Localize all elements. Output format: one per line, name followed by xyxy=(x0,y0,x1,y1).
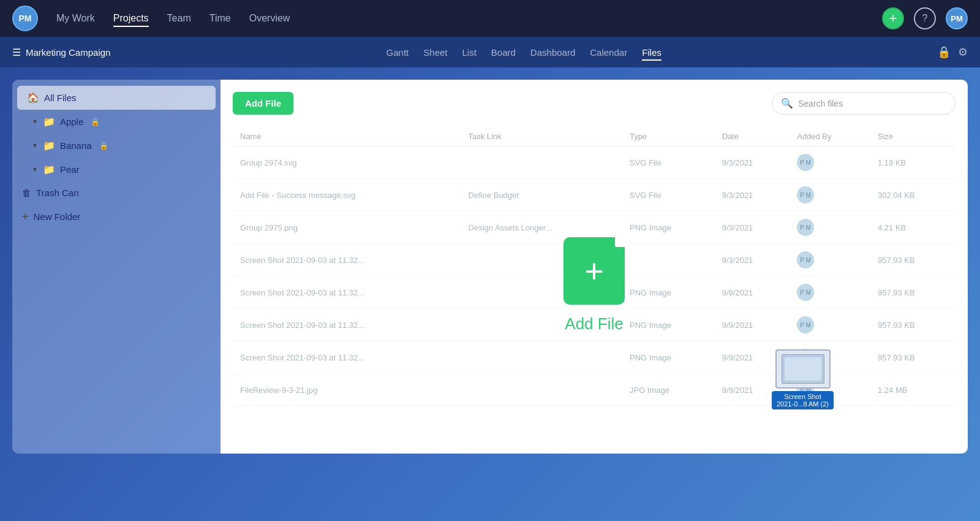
file-date: 9/3/2021 xyxy=(715,179,790,211)
nav-item-time[interactable]: Time xyxy=(209,10,231,27)
plus-icon: + xyxy=(22,210,29,223)
settings-icon[interactable]: ⚙ xyxy=(958,45,968,59)
add-file-button[interactable]: Add File xyxy=(233,92,293,115)
main-panel: Add File 🔍 Search files Name Task Link T… xyxy=(221,80,968,454)
file-tasklink xyxy=(461,341,622,374)
file-name: Screen Shot 2021-09-03 at 11.32... xyxy=(233,244,461,276)
tab-list[interactable]: List xyxy=(462,44,476,61)
nav-item-overview[interactable]: Overview xyxy=(249,10,290,27)
content-area: 🏠 All Files ▼ 📁 Apple 🔒 ▼ 📁 Banana 🔒 ▼ 📁… xyxy=(0,67,980,521)
file-name: Screen Shot 2021-09-03 at 11.32... xyxy=(233,341,461,374)
sidebar-item-banana[interactable]: ▼ 📁 Banana 🔒 xyxy=(12,134,221,158)
file-size: 302.04 KB xyxy=(870,179,956,211)
file-tasklink: Design Assets Longer... xyxy=(461,211,622,244)
avatar-sm: P M xyxy=(797,186,814,203)
file-date: 9/3/2021 xyxy=(715,244,790,276)
col-date: Date xyxy=(715,127,790,146)
file-date: 9/3/2021 xyxy=(715,146,790,179)
hamburger-icon[interactable]: ☰ xyxy=(12,47,21,58)
arrow-icon-pear: ▼ xyxy=(32,166,38,173)
folder-pear-label: Pear xyxy=(60,164,80,175)
tab-board[interactable]: Board xyxy=(491,44,516,61)
search-placeholder: Search files xyxy=(798,99,843,108)
tab-sheet[interactable]: Sheet xyxy=(423,44,447,61)
nav-right: + ? PM xyxy=(882,7,968,29)
sub-nav: ☰ Marketing Campaign Gantt Sheet List Bo… xyxy=(0,37,980,67)
home-icon: 🏠 xyxy=(27,92,39,104)
col-size: Size xyxy=(870,127,956,146)
tab-calendar[interactable]: Calendar xyxy=(590,44,627,61)
tab-gantt[interactable]: Gantt xyxy=(386,44,409,61)
folder-banana-label: Banana xyxy=(60,140,92,151)
add-button[interactable]: + xyxy=(882,7,904,29)
trash-icon: 🗑 xyxy=(22,188,31,198)
file-size: 957.93 KB xyxy=(870,341,956,374)
tab-dashboard[interactable]: Dashboard xyxy=(530,44,575,61)
folder-apple-label: Apple xyxy=(60,116,83,127)
app-logo[interactable]: PM xyxy=(12,6,38,31)
col-type: Type xyxy=(622,127,715,146)
file-date: 9/9/2021 xyxy=(715,276,790,309)
help-button[interactable]: ? xyxy=(914,7,936,29)
arrow-icon-apple: ▼ xyxy=(32,118,38,125)
top-nav: PM My Work Projects Team Time Overview +… xyxy=(0,0,980,37)
file-name: Screen Shot 2021-09-03 at 11.32... xyxy=(233,309,461,341)
file-type: PNG Image xyxy=(622,309,715,341)
table-row[interactable]: Screen Shot 2021-09-03 at 11.32... 9/3/2… xyxy=(233,244,956,276)
folder-icon-apple: 📁 xyxy=(43,116,55,127)
file-tasklink xyxy=(461,309,622,341)
col-addedby: Added By xyxy=(790,127,870,146)
file-addedby: P M xyxy=(790,276,870,309)
file-type xyxy=(622,244,715,276)
avatar-sm: P M xyxy=(797,316,814,333)
nav-item-mywork[interactable]: My Work xyxy=(56,10,95,27)
table-row[interactable]: Screen Shot 2021-09-03 at 11.32... PNG I… xyxy=(233,309,956,341)
lock-settings-icon[interactable]: 🔒 xyxy=(937,45,951,59)
sidebar-item-pear[interactable]: ▼ 📁 Pear xyxy=(12,158,221,181)
sidebar: 🏠 All Files ▼ 📁 Apple 🔒 ▼ 📁 Banana 🔒 ▼ 📁… xyxy=(12,80,221,454)
file-name: FileReview-9-3-21.jpg xyxy=(233,374,461,406)
file-size: 957.93 KB xyxy=(870,276,956,309)
table-row[interactable]: Group 2974.svg SVG File 9/3/2021 P M 1.1… xyxy=(233,146,956,179)
sidebar-item-newfolder[interactable]: + New Folder xyxy=(12,204,221,229)
lock-icon-apple: 🔒 xyxy=(91,118,100,126)
user-avatar[interactable]: PM xyxy=(946,7,968,29)
nav-item-team[interactable]: Team xyxy=(167,10,191,27)
file-addedby: P M xyxy=(790,244,870,276)
avatar-sm: P M xyxy=(797,251,814,268)
file-addedby: P M xyxy=(790,146,870,179)
sidebar-item-trash[interactable]: 🗑 Trash Can xyxy=(12,181,221,204)
file-type: PNG Image xyxy=(622,211,715,244)
sidebar-item-allfiles[interactable]: 🏠 All Files xyxy=(17,86,216,110)
file-type: SVG File xyxy=(622,179,715,211)
file-tasklink: Define Budget xyxy=(461,179,622,211)
trash-label: Trash Can xyxy=(36,188,78,198)
file-size: 4.21 KB xyxy=(870,211,956,244)
col-name: Name xyxy=(233,127,461,146)
file-tasklink xyxy=(461,146,622,179)
arrow-icon-banana: ▼ xyxy=(32,142,38,149)
drag-image xyxy=(775,349,831,389)
file-addedby: P M xyxy=(790,179,870,211)
file-name: Screen Shot 2021-09-03 at 11.32... xyxy=(233,276,461,309)
search-box[interactable]: 🔍 Search files xyxy=(772,92,956,115)
file-date: 9/3/2021 xyxy=(715,211,790,244)
table-row[interactable]: Add File - Success message.svg Define Bu… xyxy=(233,179,956,211)
file-type: JPG Image xyxy=(622,374,715,406)
tab-files[interactable]: Files xyxy=(642,44,662,61)
file-table: Name Task Link Type Date Added By Size G… xyxy=(233,127,956,406)
sidebar-item-apple[interactable]: ▼ 📁 Apple 🔒 xyxy=(12,110,221,134)
file-type: SVG File xyxy=(622,146,715,179)
col-tasklink: Task Link xyxy=(461,127,622,146)
file-size: 957.93 KB xyxy=(870,309,956,341)
file-size: 1.24 MB xyxy=(870,374,956,406)
table-row[interactable]: Screen Shot 2021-09-03 at 11.32... PNG I… xyxy=(233,341,956,374)
table-row[interactable]: Screen Shot 2021-09-03 at 11.32... PNG I… xyxy=(233,276,956,309)
project-title: ☰ Marketing Campaign xyxy=(12,47,110,58)
nav-item-projects[interactable]: Projects xyxy=(113,10,149,27)
file-size: 957.93 KB xyxy=(870,244,956,276)
table-row[interactable]: FileReview-9-3-21.jpg JPG Image 9/9/2021… xyxy=(233,374,956,406)
table-row[interactable]: Group 2975.png Design Assets Longer... P… xyxy=(233,211,956,244)
file-addedby: P M xyxy=(790,211,870,244)
allfiles-label: All Files xyxy=(44,93,77,103)
